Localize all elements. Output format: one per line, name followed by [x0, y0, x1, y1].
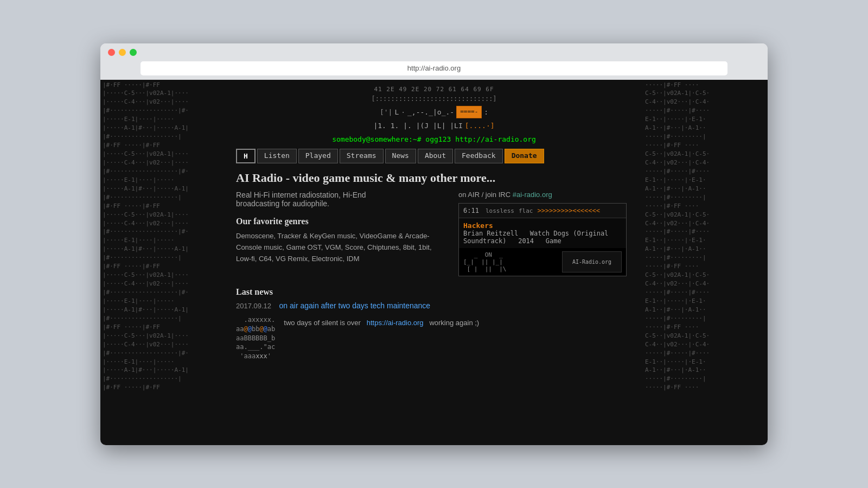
right-column: on AIR / join IRC #ai-radio.org 6:11 los…	[458, 191, 632, 276]
news-title-link[interactable]: on air again after two days tech mainten…	[279, 301, 431, 310]
ascii-header: 41 2E 49 2E 20 72 61 64 69 6F [:::::::::…	[236, 85, 632, 131]
news-ascii-art: .axxxxx. aa@@bb@@ab aaBBBBBB_b aa.___."a…	[236, 315, 275, 361]
logo-middle: _,--._|o_.-	[407, 107, 454, 118]
terminal-text: somebody@somewhere:~# ogg123 http://ai-r…	[332, 135, 536, 143]
subtitle-line2: broadcasting for audiophile.	[236, 199, 329, 208]
traffic-light-minimize[interactable]	[119, 49, 126, 56]
ascii-bar: [::::::::::::::::::::::::::::::]	[236, 94, 632, 104]
right-sidebar: ·····|#·FF ···· C-5··|v02A-1|·C-5· C-4··…	[643, 80, 768, 445]
genres-heading: Our favorite genres	[236, 217, 448, 226]
nav-btn-news[interactable]: News	[385, 149, 416, 163]
nav-btn-feedback[interactable]: Feedback	[455, 149, 503, 163]
browser-content: |#·FF ·····|#·FF |·····C-5···|v02A-1|···…	[100, 80, 768, 445]
hex-row: 41 2E 49 2E 20 72 61 64 69 6F	[236, 85, 632, 94]
traffic-light-fullscreen[interactable]	[130, 49, 137, 56]
news-heading: Last news	[236, 287, 632, 297]
player-on-ascii: _ ON _ [_| || |_| [ | || |\	[463, 251, 562, 272]
player-progress: >>>>>>>>><<<<<<<	[537, 207, 600, 214]
player-quality1: lossless	[486, 207, 514, 214]
page-subtitle: Real Hi-Fi internet radiostation, Hi-End…	[236, 191, 410, 208]
player-logo: AI-Radio.org	[572, 259, 611, 265]
nav-btn-about[interactable]: About	[418, 149, 453, 163]
player-visual: _ ON _ [_| || |_| [ | || |\ AI-Radio.org	[459, 248, 626, 276]
news-body-link[interactable]: https://ai-radio.org	[367, 319, 424, 327]
logo-bottom-right: [....·]	[465, 121, 495, 131]
player-visual-right: AI-Radio.org	[562, 251, 622, 272]
ascii-logo-row: ['| L · _,--._|o_.- ====- :	[236, 106, 632, 118]
traffic-lights	[108, 49, 760, 56]
genres-text: Demoscene, Tracker & KeyGen music, Video…	[236, 231, 448, 264]
left-sidebar: |#·FF ·····|#·FF |·····C-5···|v02A-1|···…	[100, 80, 225, 445]
news-date-row: 2017.09.12 on air again after two days t…	[236, 301, 632, 310]
main-content: 41 2E 49 2E 20 72 61 64 69 6F [:::::::::…	[225, 80, 643, 445]
nav-btn-played[interactable]: Played	[298, 149, 338, 163]
news-date: 2017.09.12	[236, 302, 271, 310]
logo-right: :	[484, 107, 488, 118]
player-artist: Brian Reitzell Watch Dogs (Original Soun…	[463, 230, 622, 245]
nav-btn-listen[interactable]: Listen	[257, 149, 297, 163]
nav-bar: H Listen Played Streams News About Feedb…	[236, 149, 632, 163]
traffic-light-close[interactable]	[108, 49, 115, 56]
nav-btn-h[interactable]: H	[236, 149, 256, 163]
terminal-line: somebody@somewhere:~# ogg123 http://ai-r…	[236, 135, 632, 143]
player-top: 6:11 lossless flac >>>>>>>>><<<<<<<	[459, 204, 626, 218]
player-time: 6:11	[463, 207, 479, 214]
irc-label: on AIR / join IRC #ai-radio.org	[458, 191, 632, 199]
logo-l: L	[394, 107, 399, 118]
nav-btn-streams[interactable]: Streams	[340, 149, 384, 163]
news-section: Last news 2017.09.12 on air again after …	[236, 287, 632, 361]
logo-dot: ·	[401, 107, 405, 118]
browser-chrome: http://ai-radio.org	[100, 43, 768, 80]
news-text: two days of silent is over https://ai-ra…	[284, 315, 479, 329]
logo-bracket-left: ['|	[380, 107, 392, 118]
content-split: Real Hi-Fi internet radiostation, Hi-End…	[236, 191, 632, 276]
player-widget: 6:11 lossless flac >>>>>>>>><<<<<<< Hack…	[458, 203, 627, 276]
left-column: Real Hi-Fi internet radiostation, Hi-End…	[236, 191, 448, 276]
player-game: Hackers	[463, 221, 622, 230]
url-text: http://ai-radio.org	[407, 64, 461, 72]
logo-bottom: |1. 1. |. |(J |L| |LI	[373, 121, 462, 131]
ascii-logo-row2: |1. 1. |. |(J |L| |LI [....·]	[236, 121, 632, 131]
player-quality2: flac	[519, 207, 533, 214]
irc-link[interactable]: #ai-radio.org	[513, 191, 552, 199]
page-title: AI Radio - video game music & many other…	[236, 171, 632, 185]
subtitle-line1: Real Hi-Fi internet radiostation, Hi-End	[236, 191, 366, 199]
url-bar[interactable]: http://ai-radio.org	[141, 61, 727, 75]
logo-player-box: ====-	[456, 106, 482, 118]
player-visual-left: _ ON _ [_| || |_| [ | || |\	[463, 251, 562, 272]
browser-window: http://ai-radio.org |#·FF ·····|#·FF |··…	[100, 43, 768, 445]
nav-btn-donate[interactable]: Donate	[505, 149, 544, 163]
player-info: Hackers Brian Reitzell Watch Dogs (Origi…	[459, 218, 626, 248]
news-ascii-block: .axxxxx. aa@@bb@@ab aaBBBBBB_b aa.___."a…	[236, 315, 632, 361]
